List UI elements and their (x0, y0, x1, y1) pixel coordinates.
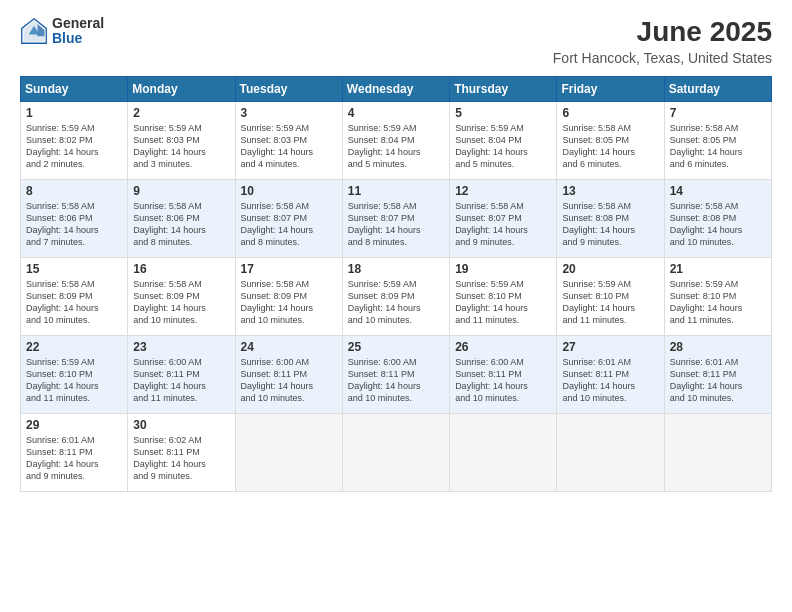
calendar-day-cell: 17Sunrise: 5:58 AM Sunset: 8:09 PM Dayli… (235, 258, 342, 336)
weekday-header: Friday (557, 77, 664, 102)
day-number: 22 (26, 340, 122, 354)
day-info: Sunrise: 6:00 AM Sunset: 8:11 PM Dayligh… (133, 356, 229, 405)
calendar-day-cell: 8Sunrise: 5:58 AM Sunset: 8:06 PM Daylig… (21, 180, 128, 258)
calendar-day-cell: 19Sunrise: 5:59 AM Sunset: 8:10 PM Dayli… (450, 258, 557, 336)
day-info: Sunrise: 5:59 AM Sunset: 8:04 PM Dayligh… (455, 122, 551, 171)
day-info: Sunrise: 5:59 AM Sunset: 8:10 PM Dayligh… (670, 278, 766, 327)
logo-icon (20, 17, 48, 45)
day-info: Sunrise: 6:02 AM Sunset: 8:11 PM Dayligh… (133, 434, 229, 483)
calendar-day-cell: 10Sunrise: 5:58 AM Sunset: 8:07 PM Dayli… (235, 180, 342, 258)
day-info: Sunrise: 5:58 AM Sunset: 8:09 PM Dayligh… (133, 278, 229, 327)
day-info: Sunrise: 5:59 AM Sunset: 8:02 PM Dayligh… (26, 122, 122, 171)
calendar-day-cell: 29Sunrise: 6:01 AM Sunset: 8:11 PM Dayli… (21, 414, 128, 492)
day-number: 18 (348, 262, 444, 276)
day-number: 13 (562, 184, 658, 198)
day-info: Sunrise: 5:58 AM Sunset: 8:06 PM Dayligh… (26, 200, 122, 249)
day-number: 8 (26, 184, 122, 198)
day-number: 23 (133, 340, 229, 354)
calendar-day-cell: 2Sunrise: 5:59 AM Sunset: 8:03 PM Daylig… (128, 102, 235, 180)
logo-general-text: General (52, 16, 104, 31)
day-info: Sunrise: 6:01 AM Sunset: 8:11 PM Dayligh… (26, 434, 122, 483)
day-number: 17 (241, 262, 337, 276)
weekday-header: Tuesday (235, 77, 342, 102)
calendar-week-row: 29Sunrise: 6:01 AM Sunset: 8:11 PM Dayli… (21, 414, 772, 492)
day-info: Sunrise: 5:58 AM Sunset: 8:06 PM Dayligh… (133, 200, 229, 249)
calendar-day-cell: 9Sunrise: 5:58 AM Sunset: 8:06 PM Daylig… (128, 180, 235, 258)
day-info: Sunrise: 6:00 AM Sunset: 8:11 PM Dayligh… (241, 356, 337, 405)
day-number: 21 (670, 262, 766, 276)
day-number: 7 (670, 106, 766, 120)
day-info: Sunrise: 6:00 AM Sunset: 8:11 PM Dayligh… (455, 356, 551, 405)
calendar-week-row: 8Sunrise: 5:58 AM Sunset: 8:06 PM Daylig… (21, 180, 772, 258)
calendar-header-row: SundayMondayTuesdayWednesdayThursdayFrid… (21, 77, 772, 102)
day-number: 10 (241, 184, 337, 198)
calendar-day-cell: 15Sunrise: 5:58 AM Sunset: 8:09 PM Dayli… (21, 258, 128, 336)
weekday-header: Saturday (664, 77, 771, 102)
weekday-header: Thursday (450, 77, 557, 102)
day-number: 5 (455, 106, 551, 120)
logo: General Blue (20, 16, 104, 47)
day-info: Sunrise: 5:58 AM Sunset: 8:05 PM Dayligh… (670, 122, 766, 171)
day-info: Sunrise: 5:59 AM Sunset: 8:10 PM Dayligh… (562, 278, 658, 327)
day-number: 25 (348, 340, 444, 354)
calendar-day-cell: 4Sunrise: 5:59 AM Sunset: 8:04 PM Daylig… (342, 102, 449, 180)
day-info: Sunrise: 5:59 AM Sunset: 8:03 PM Dayligh… (133, 122, 229, 171)
calendar-day-cell: 27Sunrise: 6:01 AM Sunset: 8:11 PM Dayli… (557, 336, 664, 414)
day-info: Sunrise: 5:58 AM Sunset: 8:07 PM Dayligh… (455, 200, 551, 249)
subtitle: Fort Hancock, Texas, United States (553, 50, 772, 66)
calendar-empty-cell (450, 414, 557, 492)
day-number: 27 (562, 340, 658, 354)
title-block: June 2025 Fort Hancock, Texas, United St… (553, 16, 772, 66)
calendar-empty-cell (557, 414, 664, 492)
day-number: 12 (455, 184, 551, 198)
day-number: 2 (133, 106, 229, 120)
day-info: Sunrise: 5:58 AM Sunset: 8:08 PM Dayligh… (562, 200, 658, 249)
day-number: 1 (26, 106, 122, 120)
header: General Blue June 2025 Fort Hancock, Tex… (20, 16, 772, 66)
calendar-day-cell: 13Sunrise: 5:58 AM Sunset: 8:08 PM Dayli… (557, 180, 664, 258)
day-info: Sunrise: 5:58 AM Sunset: 8:05 PM Dayligh… (562, 122, 658, 171)
day-number: 28 (670, 340, 766, 354)
day-number: 14 (670, 184, 766, 198)
day-info: Sunrise: 6:00 AM Sunset: 8:11 PM Dayligh… (348, 356, 444, 405)
calendar-empty-cell (235, 414, 342, 492)
day-info: Sunrise: 5:59 AM Sunset: 8:04 PM Dayligh… (348, 122, 444, 171)
calendar-empty-cell (664, 414, 771, 492)
day-info: Sunrise: 5:58 AM Sunset: 8:09 PM Dayligh… (241, 278, 337, 327)
weekday-header: Wednesday (342, 77, 449, 102)
weekday-header: Monday (128, 77, 235, 102)
day-number: 3 (241, 106, 337, 120)
calendar-day-cell: 26Sunrise: 6:00 AM Sunset: 8:11 PM Dayli… (450, 336, 557, 414)
weekday-header: Sunday (21, 77, 128, 102)
day-info: Sunrise: 5:58 AM Sunset: 8:07 PM Dayligh… (348, 200, 444, 249)
day-number: 6 (562, 106, 658, 120)
page: General Blue June 2025 Fort Hancock, Tex… (0, 0, 792, 612)
calendar-day-cell: 14Sunrise: 5:58 AM Sunset: 8:08 PM Dayli… (664, 180, 771, 258)
calendar-day-cell: 30Sunrise: 6:02 AM Sunset: 8:11 PM Dayli… (128, 414, 235, 492)
day-number: 30 (133, 418, 229, 432)
calendar-day-cell: 20Sunrise: 5:59 AM Sunset: 8:10 PM Dayli… (557, 258, 664, 336)
day-number: 20 (562, 262, 658, 276)
day-number: 16 (133, 262, 229, 276)
calendar-day-cell: 11Sunrise: 5:58 AM Sunset: 8:07 PM Dayli… (342, 180, 449, 258)
logo-text: General Blue (52, 16, 104, 47)
day-number: 29 (26, 418, 122, 432)
calendar-week-row: 1Sunrise: 5:59 AM Sunset: 8:02 PM Daylig… (21, 102, 772, 180)
day-info: Sunrise: 5:58 AM Sunset: 8:07 PM Dayligh… (241, 200, 337, 249)
day-info: Sunrise: 5:59 AM Sunset: 8:10 PM Dayligh… (455, 278, 551, 327)
logo-blue-text: Blue (52, 31, 104, 46)
calendar-day-cell: 6Sunrise: 5:58 AM Sunset: 8:05 PM Daylig… (557, 102, 664, 180)
calendar-day-cell: 16Sunrise: 5:58 AM Sunset: 8:09 PM Dayli… (128, 258, 235, 336)
calendar-day-cell: 5Sunrise: 5:59 AM Sunset: 8:04 PM Daylig… (450, 102, 557, 180)
calendar-empty-cell (342, 414, 449, 492)
calendar-day-cell: 3Sunrise: 5:59 AM Sunset: 8:03 PM Daylig… (235, 102, 342, 180)
calendar-day-cell: 21Sunrise: 5:59 AM Sunset: 8:10 PM Dayli… (664, 258, 771, 336)
day-info: Sunrise: 6:01 AM Sunset: 8:11 PM Dayligh… (562, 356, 658, 405)
day-info: Sunrise: 5:59 AM Sunset: 8:03 PM Dayligh… (241, 122, 337, 171)
day-info: Sunrise: 5:59 AM Sunset: 8:09 PM Dayligh… (348, 278, 444, 327)
calendar-day-cell: 7Sunrise: 5:58 AM Sunset: 8:05 PM Daylig… (664, 102, 771, 180)
calendar-week-row: 22Sunrise: 5:59 AM Sunset: 8:10 PM Dayli… (21, 336, 772, 414)
day-info: Sunrise: 5:58 AM Sunset: 8:08 PM Dayligh… (670, 200, 766, 249)
calendar-day-cell: 24Sunrise: 6:00 AM Sunset: 8:11 PM Dayli… (235, 336, 342, 414)
calendar-day-cell: 22Sunrise: 5:59 AM Sunset: 8:10 PM Dayli… (21, 336, 128, 414)
